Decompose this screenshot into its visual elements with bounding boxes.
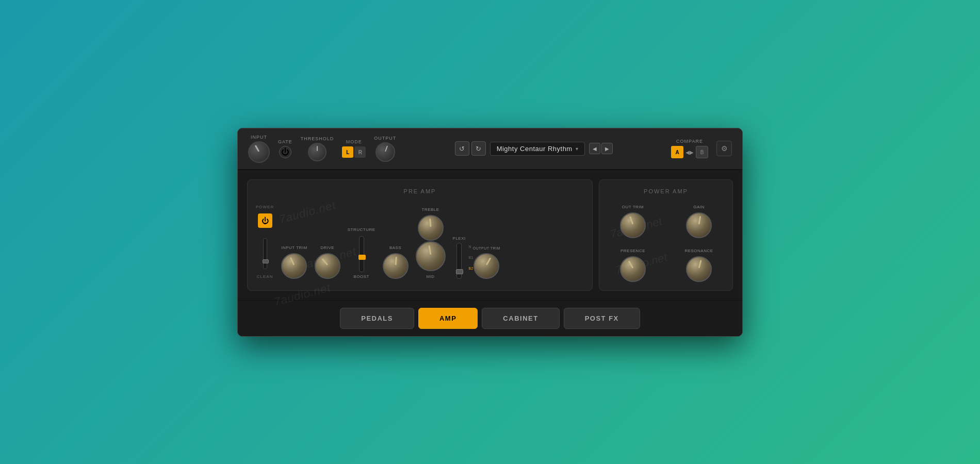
mid-col: MID: [416, 241, 446, 279]
threshold-section: THRESHOLD: [301, 136, 334, 161]
pre-amp-power-icon: ⏻: [262, 217, 269, 225]
redo-button[interactable]: ↻: [471, 141, 486, 156]
compare-label: COMPARE: [676, 139, 703, 144]
output-label: OUTPUT: [374, 136, 396, 141]
output-trim-label: OUTPUT TRIM: [473, 246, 500, 250]
pre-amp-title: PRE AMP: [256, 188, 584, 194]
output-knob[interactable]: [375, 142, 395, 162]
pre-amp-panel: PRE AMP 7audio.net 7audio.net 7audio.net…: [247, 179, 593, 291]
boost-slider-thumb: [358, 255, 366, 260]
input-knob[interactable]: [248, 141, 270, 163]
amp-controls: POWER ⏻ CLEAN INPUT TRIM: [256, 205, 584, 279]
drive-col: DRIVE: [315, 245, 340, 279]
preset-next-button[interactable]: ▶: [601, 143, 613, 154]
plexi-slider-thumb: [456, 269, 463, 274]
output-trim-knob[interactable]: [473, 253, 499, 279]
pa-presence-label: PRESENCE: [620, 248, 645, 253]
pa-out-trim-label: OUT TRIM: [622, 205, 644, 209]
gate-label: GATE: [278, 139, 292, 144]
treble-knob[interactable]: [418, 215, 444, 241]
ab-arrow-icon: ◀▶: [685, 150, 694, 155]
power-label: POWER: [256, 205, 274, 209]
clean-slider[interactable]: [263, 238, 267, 269]
compare-a-button[interactable]: A: [671, 146, 683, 158]
threshold-knob[interactable]: [308, 143, 326, 161]
pa-resonance-col: RESONANCE: [674, 248, 724, 282]
drive-label: DRIVE: [320, 245, 334, 250]
undo-redo: ↺ ↻: [455, 141, 486, 156]
tab-cabinet-label: CABINET: [503, 314, 538, 322]
input-section: INPUT: [248, 135, 270, 163]
preset-nav: ◀ ▶: [589, 143, 613, 154]
tab-post-fx[interactable]: POST FX: [564, 308, 640, 329]
mode-section: MODE L R: [342, 139, 366, 158]
boost-slider-track[interactable]: [359, 236, 364, 272]
lr-buttons: L R: [342, 146, 366, 158]
structure-col: STRUCTURE BOOST: [348, 227, 375, 279]
treble-col: TREBLE: [418, 207, 444, 241]
boost-slider: [359, 236, 364, 272]
pa-resonance-label: RESONANCE: [684, 248, 713, 253]
tab-post-fx-label: POST FX: [585, 314, 619, 322]
gate-power-button[interactable]: ⏻: [279, 146, 291, 158]
power-amp-knobs: OUT TRIM GAIN PRESENCE RESONANCE: [608, 205, 724, 282]
tab-pedals[interactable]: PEDALS: [340, 308, 414, 329]
pre-amp-power-button[interactable]: ⏻: [258, 213, 272, 228]
pa-gain-label: GAIN: [693, 205, 705, 209]
bass-label: BASS: [389, 245, 401, 250]
power-icon: ⏻: [281, 147, 289, 157]
mode-label: MODE: [346, 139, 362, 144]
bottom-nav: PEDALS AMP CABINET POST FX: [238, 300, 742, 336]
plexi-b1-label: B1: [469, 256, 473, 259]
structure-label: STRUCTURE: [348, 227, 375, 232]
settings-button[interactable]: ⚙: [716, 141, 732, 156]
mode-r-button[interactable]: R: [354, 146, 366, 158]
preset-dropdown-icon: ▾: [576, 146, 578, 152]
power-col: POWER ⏻ CLEAN: [256, 205, 274, 279]
compare-section: COMPARE A ◀▶ B: [671, 139, 708, 158]
preset-selector[interactable]: Mighty Centaur Rhythm ▾: [490, 142, 585, 156]
plexi-slider-track[interactable]: [456, 243, 462, 279]
pa-out-trim-knob[interactable]: [620, 212, 646, 238]
pa-gain-knob[interactable]: [686, 212, 712, 238]
tab-pedals-label: PEDALS: [361, 314, 393, 322]
mid-knob[interactable]: [416, 241, 446, 271]
tab-amp-label: AMP: [439, 314, 456, 322]
undo-button[interactable]: ↺: [455, 141, 469, 156]
clean-slider-track: [263, 238, 267, 269]
center-controls: ↺ ↻ Mighty Centaur Rhythm ▾ ◀ ▶: [404, 141, 663, 156]
tab-amp[interactable]: AMP: [418, 308, 478, 329]
plexi-b2-label: B2: [469, 267, 473, 270]
compare-b-button[interactable]: B: [696, 146, 708, 158]
main-content: PRE AMP 7audio.net 7audio.net 7audio.net…: [238, 170, 742, 300]
treble-label: TREBLE: [422, 207, 439, 212]
pa-presence-col: PRESENCE: [608, 248, 658, 282]
pa-resonance-knob[interactable]: [686, 256, 712, 282]
preset-name: Mighty Centaur Rhythm: [497, 145, 573, 153]
plugin-window: INPUT GATE ⏻ THRESHOLD MODE L R OUTPUT: [237, 128, 743, 337]
pa-presence-knob[interactable]: [620, 256, 646, 282]
threshold-label: THRESHOLD: [301, 136, 334, 141]
tab-cabinet[interactable]: CABINET: [482, 308, 559, 329]
input-trim-knob[interactable]: [281, 253, 307, 279]
pa-out-trim-col: OUT TRIM: [608, 205, 658, 238]
pa-gain-col: GAIN: [674, 205, 724, 238]
preset-prev-button[interactable]: ◀: [589, 143, 600, 154]
input-trim-label: INPUT TRIM: [281, 245, 307, 250]
bass-col: BASS: [383, 245, 409, 279]
boost-label: BOOST: [353, 274, 369, 279]
drive-knob[interactable]: [315, 253, 340, 279]
top-bar: INPUT GATE ⏻ THRESHOLD MODE L R OUTPUT: [238, 128, 742, 170]
clean-label: CLEAN: [257, 274, 273, 279]
plexi-n-label: N: [469, 245, 473, 248]
mid-label: MID: [426, 274, 434, 279]
mode-l-button[interactable]: L: [342, 146, 353, 158]
ab-buttons: A ◀▶ B: [671, 146, 708, 158]
output-trim-col: OUTPUT TRIM: [473, 246, 500, 279]
gate-section: GATE ⏻: [278, 139, 292, 158]
bass-knob[interactable]: [383, 253, 409, 279]
plexi-label: PLEXI: [453, 236, 466, 241]
mid-treble-col: TREBLE MID: [416, 207, 446, 279]
clean-slider-thumb: [263, 259, 269, 263]
input-trim-col: INPUT TRIM: [281, 245, 307, 279]
